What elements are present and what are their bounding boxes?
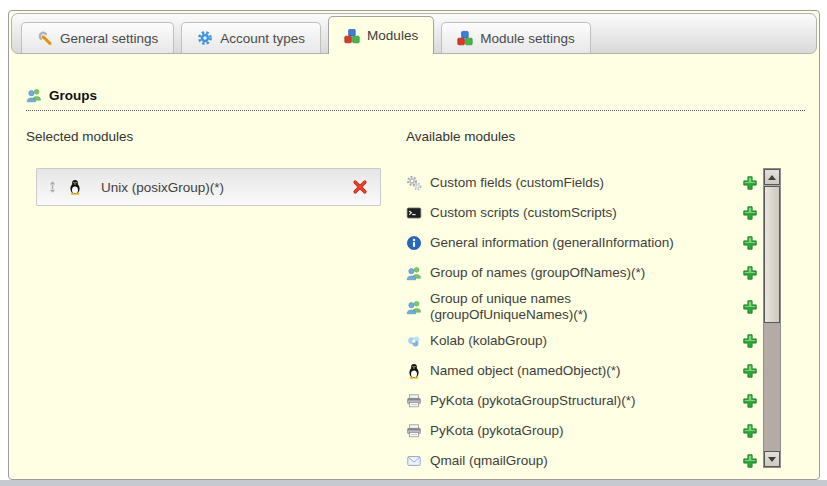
up-arrow-icon [768, 175, 776, 180]
selected-module-row[interactable]: Unix (posixGroup)(*) [36, 168, 381, 206]
available-module-name: Group of names (groupOfNames)(*) [430, 265, 710, 281]
selected-module-name: Unix (posixGroup)(*) [101, 180, 352, 195]
groups-icon [26, 87, 42, 103]
kolab-icon [406, 333, 422, 349]
available-module-row: PyKota (pykotaGroupStructural)(*) [406, 389, 758, 413]
delete-icon[interactable] [352, 179, 368, 195]
available-module-name: Group of unique names (groupOfUniqueName… [430, 291, 710, 323]
scrollbar-down-button[interactable] [764, 451, 780, 467]
available-modules-label: Available modules [406, 129, 515, 144]
available-module-name: Named object (namedObject)(*) [430, 363, 710, 379]
add-icon[interactable] [742, 423, 758, 439]
available-module-name: General information (generalInformation) [430, 235, 710, 251]
add-icon[interactable] [742, 265, 758, 281]
terminal-icon [406, 205, 422, 221]
tux-icon [67, 179, 83, 195]
printer-icon [406, 393, 422, 409]
tux-icon [406, 363, 422, 379]
tab-label: General settings [60, 31, 158, 46]
available-module-row: Kolab (kolabGroup) [406, 329, 758, 353]
available-module-row: PyKota (pykotaGroup) [406, 419, 758, 443]
tab-label: Module settings [480, 31, 575, 46]
available-module-row: Group of unique names (groupOfUniqueName… [406, 291, 758, 323]
available-module-name: Kolab (kolabGroup) [430, 333, 710, 349]
mail-icon [406, 453, 422, 469]
add-icon[interactable] [742, 175, 758, 191]
gear-icon [197, 30, 213, 46]
available-module-name: Custom scripts (customScripts) [430, 205, 710, 221]
available-module-row: General information (generalInformation) [406, 231, 758, 255]
scrollbar-up-button[interactable] [764, 169, 780, 185]
tab-modules[interactable]: Modules [328, 16, 434, 54]
groups-icon [406, 265, 422, 281]
add-icon[interactable] [742, 333, 758, 349]
add-icon[interactable] [742, 299, 758, 315]
available-modules-list: Custom fields (customFields)Custom scrip… [406, 171, 758, 479]
available-module-row: Group of names (groupOfNames)(*) [406, 261, 758, 285]
available-module-name: PyKota (pykotaGroupStructural)(*) [430, 393, 710, 409]
gears-icon [406, 175, 422, 191]
add-icon[interactable] [742, 363, 758, 379]
printer-icon [406, 423, 422, 439]
add-icon[interactable] [742, 205, 758, 221]
add-icon[interactable] [742, 453, 758, 469]
scrollbar[interactable] [763, 168, 781, 468]
info-icon [406, 235, 422, 251]
available-module-row: Qmail (qmailGroup) [406, 449, 758, 473]
available-module-row: Custom fields (customFields) [406, 171, 758, 195]
section-header: Groups [26, 87, 805, 111]
bottom-strip [0, 480, 827, 486]
tab-label: Modules [367, 28, 418, 43]
down-arrow-icon [768, 457, 776, 462]
modules-icon [344, 28, 360, 44]
available-module-name: Qmail (qmailGroup) [430, 453, 710, 469]
tab-account-types[interactable]: Account types [181, 22, 321, 53]
available-module-name: Custom fields (customFields) [430, 175, 710, 191]
add-icon[interactable] [742, 235, 758, 251]
drag-handle-icon[interactable] [47, 180, 58, 194]
section-title: Groups [49, 88, 97, 103]
wrench-icon [37, 30, 53, 46]
tab-bar: General settingsAccount typesModulesModu… [11, 13, 817, 54]
tab-module-settings[interactable]: Module settings [441, 22, 591, 53]
add-icon[interactable] [742, 393, 758, 409]
tab-general-settings[interactable]: General settings [21, 22, 174, 53]
tab-label: Account types [220, 31, 305, 46]
available-module-row: Named object (namedObject)(*) [406, 359, 758, 383]
selected-modules-list: Unix (posixGroup)(*) [36, 168, 381, 206]
available-module-name: PyKota (pykotaGroup) [430, 423, 710, 439]
available-module-row: Custom scripts (customScripts) [406, 201, 758, 225]
selected-modules-label: Selected modules [26, 129, 133, 144]
modules-icon [457, 30, 473, 46]
configuration-window: General settingsAccount typesModulesModu… [8, 10, 820, 480]
scrollbar-thumb[interactable] [764, 186, 780, 323]
groups-icon [406, 299, 422, 315]
